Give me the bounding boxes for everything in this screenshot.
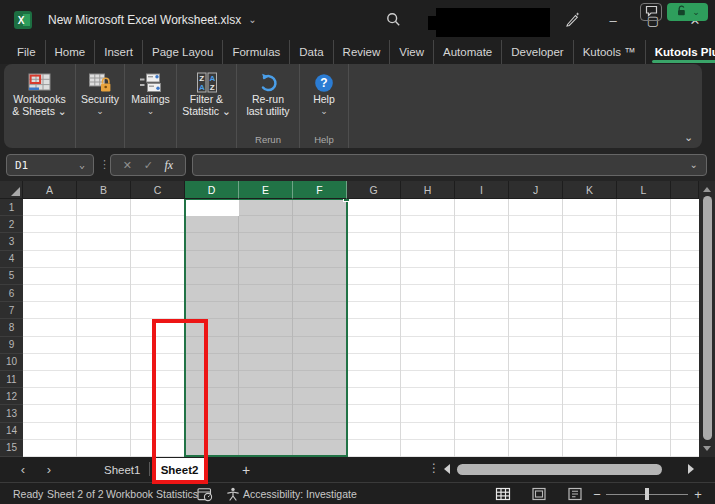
column-header-j[interactable]: J	[509, 181, 563, 199]
workbook-statistics-icon[interactable]	[197, 483, 213, 504]
ribbon-tab-page-layou[interactable]: Page Layou	[143, 40, 223, 64]
sheet-nav-next-button[interactable]: ›	[40, 457, 58, 482]
ink-pen-icon[interactable]	[564, 11, 581, 32]
vertical-scrollbar[interactable]	[699, 181, 715, 457]
ribbon-group-mailings[interactable]: Mailings⌄	[125, 64, 177, 148]
cells-area[interactable]	[23, 199, 699, 457]
minimize-button[interactable]: –	[596, 0, 630, 40]
row-header-12[interactable]: 12	[0, 388, 23, 405]
row-header-4[interactable]: 4	[0, 251, 23, 268]
row-header-13[interactable]: 13	[0, 405, 23, 422]
row-header-1[interactable]: 1	[0, 199, 23, 216]
column-header-i[interactable]: I	[455, 181, 509, 199]
column-header-l[interactable]: L	[617, 181, 671, 199]
column-header-c[interactable]: C	[131, 181, 185, 199]
ribbon-tab-kutools[interactable]: Kutools ™	[574, 40, 646, 64]
row-header-2[interactable]: 2	[0, 216, 23, 233]
ribbon-tab-developer[interactable]: Developer	[502, 40, 573, 64]
active-cell-d1[interactable]	[185, 199, 239, 216]
svg-text:?: ?	[320, 76, 327, 90]
name-box[interactable]: D1 ⌄	[6, 154, 94, 176]
row-header-8[interactable]: 8	[0, 319, 23, 336]
zoom-in-button[interactable]: +	[692, 483, 704, 504]
column-header-d[interactable]: D	[185, 181, 239, 199]
column-header-b[interactable]: B	[77, 181, 131, 199]
enter-formula-button[interactable]: ✓	[144, 159, 153, 172]
scroll-up-icon[interactable]	[703, 187, 711, 192]
redacted-account-area	[436, 8, 550, 37]
ribbon-panel: Workbooks& Sheets ⌄Security⌄Mailings⌄ZAA…	[4, 64, 702, 148]
zoom-slider-thumb[interactable]	[645, 488, 649, 500]
vertical-scrollbar-thumb[interactable]	[703, 196, 712, 440]
expand-formula-bar-icon[interactable]: ⌄	[690, 160, 698, 170]
workbook-statistics-button[interactable]: Workbook Statistics	[106, 483, 198, 504]
column-header-f[interactable]: F	[293, 181, 347, 199]
column-header-g[interactable]: G	[347, 181, 401, 199]
zoom-out-button[interactable]: −	[591, 483, 603, 504]
ribbon-group-security[interactable]: Security⌄	[76, 64, 125, 148]
sheet-tab-sheet2[interactable]: Sheet2	[155, 458, 204, 482]
column-header-h[interactable]: H	[401, 181, 455, 199]
column-header-k[interactable]: K	[563, 181, 617, 199]
column-header-e[interactable]: E	[239, 181, 293, 199]
page-layout-view-button[interactable]	[529, 486, 549, 502]
ribbon-tab-kutools-plu[interactable]: Kutools Plu	[646, 40, 715, 64]
row-header-15[interactable]: 15	[0, 440, 23, 457]
status-bar: Ready Sheet 2 of 2 Workbook Statistics A…	[0, 482, 715, 504]
document-title-text: New Microsoft Excel Worksheet.xlsx	[48, 13, 241, 27]
search-icon[interactable]	[386, 12, 401, 31]
column-header-a[interactable]: A	[23, 181, 77, 199]
add-sheet-button[interactable]: +	[236, 457, 256, 482]
status-sheet-info[interactable]: Sheet 2 of 2	[47, 483, 104, 504]
chevron-down-icon: ⌄	[320, 107, 328, 115]
select-all-button[interactable]	[0, 181, 23, 199]
ribbon-tab-view[interactable]: View	[390, 40, 434, 64]
comments-button[interactable]	[640, 3, 662, 21]
column-header-partial[interactable]	[671, 181, 699, 199]
row-header-5[interactable]: 5	[0, 268, 23, 285]
chevron-down-icon: ⌄	[147, 107, 155, 115]
document-title[interactable]: New Microsoft Excel Worksheet.xlsx ⌄	[48, 0, 257, 40]
accessibility-status[interactable]: Accessibility: Investigate	[243, 483, 357, 504]
redacted-account-notch	[428, 16, 437, 30]
scroll-down-icon[interactable]	[703, 446, 711, 451]
sheet-tab-divider	[149, 462, 150, 476]
scroll-left-icon[interactable]	[444, 464, 450, 474]
horizontal-scrollbar-thumb[interactable]	[457, 464, 662, 475]
collapse-ribbon-icon[interactable]: ⌄	[684, 131, 693, 144]
row-header-10[interactable]: 10	[0, 354, 23, 371]
formula-buttons: ✕ ✓ fx	[110, 154, 186, 176]
ribbon-tab-insert[interactable]: Insert	[95, 40, 143, 64]
share-button[interactable]: ⌄	[667, 3, 708, 21]
page-break-view-button[interactable]	[565, 486, 585, 502]
formula-input[interactable]: ⌄	[192, 154, 707, 176]
sheet-nav-prev-button[interactable]: ‹	[14, 457, 32, 482]
insert-function-button[interactable]: fx	[165, 158, 174, 173]
ribbon-group-help[interactable]: ?Help⌄Help	[300, 64, 349, 148]
ribbon-group-filter[interactable]: ZAAZFilter &Statistic ⌄	[177, 64, 237, 148]
row-header-9[interactable]: 9	[0, 337, 23, 354]
cancel-formula-button[interactable]: ✕	[123, 159, 132, 172]
row-header-7[interactable]: 7	[0, 302, 23, 319]
svg-text:Z: Z	[209, 83, 214, 92]
ribbon-tab-home[interactable]: Home	[46, 40, 96, 64]
excel-app-icon: X	[14, 11, 32, 29]
ribbon-tab-automate[interactable]: Automate	[434, 40, 502, 64]
spreadsheet-grid: ABCDEFGHIJKL123456789101112131415	[0, 181, 715, 457]
row-header-3[interactable]: 3	[0, 233, 23, 250]
ribbon-tab-review[interactable]: Review	[334, 40, 391, 64]
row-header-14[interactable]: 14	[0, 423, 23, 440]
comment-icon	[645, 3, 658, 21]
ribbon-group-re-run[interactable]: Re-runlast utilityRerun	[237, 64, 300, 148]
normal-view-button[interactable]	[493, 486, 513, 502]
sheet-tab-sheet1[interactable]: Sheet1	[92, 457, 152, 482]
ribbon-tab-data[interactable]: Data	[290, 40, 333, 64]
scroll-right-icon[interactable]	[688, 464, 694, 474]
ribbon-tab-formulas[interactable]: Formulas	[223, 40, 290, 64]
accessibility-icon[interactable]	[226, 483, 240, 504]
row-header-6[interactable]: 6	[0, 285, 23, 302]
horizontal-scrollbar[interactable]	[455, 464, 683, 475]
ribbon-tab-file[interactable]: File	[8, 40, 46, 64]
ribbon-group-workbooks[interactable]: Workbooks& Sheets ⌄	[4, 64, 76, 148]
row-header-11[interactable]: 11	[0, 371, 23, 388]
